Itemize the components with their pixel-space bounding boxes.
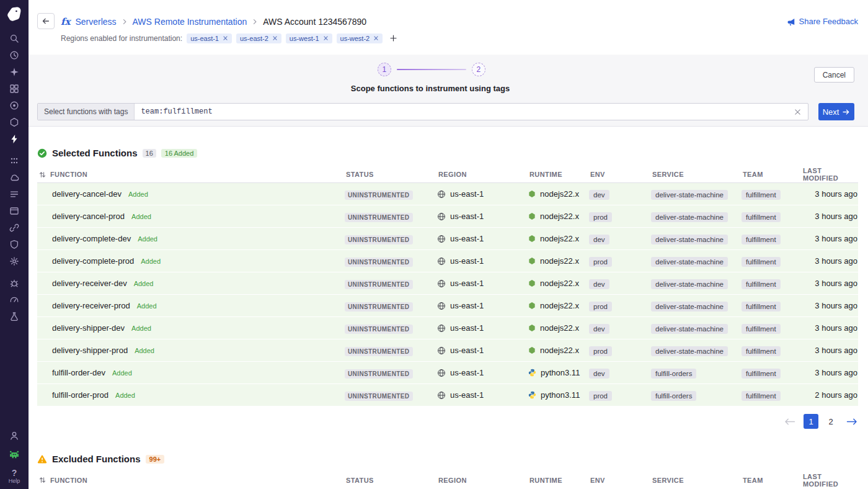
add-region-button[interactable] (388, 33, 399, 43)
remove-region-icon[interactable] (373, 35, 379, 41)
search-icon[interactable] (9, 33, 20, 43)
remove-region-icon[interactable] (223, 35, 228, 41)
recents-icon[interactable] (9, 50, 20, 60)
service-cell: deliver-state-machine (651, 256, 742, 267)
env-cell: prod (589, 211, 651, 222)
logs-icon[interactable] (9, 189, 20, 199)
column-header-env[interactable]: ENV (589, 477, 651, 484)
breadcrumb-serverless[interactable]: Serverless (75, 17, 116, 27)
remove-region-icon[interactable] (272, 35, 278, 41)
column-header-status[interactable]: STATUS (345, 171, 437, 178)
ai-assistant-icon[interactable] (9, 66, 20, 77)
prev-page-button[interactable] (784, 417, 796, 426)
function-row[interactable]: delivery-cancel-devAddedUNINSTRUMENTEDus… (37, 183, 858, 205)
function-row[interactable]: fulfill-order-devAddedUNINSTRUMENTEDus-e… (37, 362, 858, 384)
serverless-icon[interactable] (9, 133, 20, 144)
function-row[interactable]: delivery-cancel-prodAddedUNINSTRUMENTEDu… (37, 205, 858, 228)
service-catalog-icon[interactable] (9, 256, 20, 266)
rum-icon[interactable] (9, 205, 20, 216)
column-header-service[interactable]: SERVICE (651, 477, 742, 484)
region-chip[interactable]: us-west-2 (337, 34, 383, 43)
clear-filter-icon[interactable] (787, 104, 808, 120)
ci-visibility-icon[interactable] (9, 294, 20, 305)
selected-functions-header: Selected Functions 16 16 Added (37, 148, 858, 158)
next-button[interactable]: Next (818, 103, 854, 120)
integrations-icon[interactable] (9, 117, 20, 127)
selected-count-badge: 16 (143, 149, 156, 158)
team-tag: fulfillment (742, 302, 781, 312)
column-header-env[interactable]: ENV (589, 171, 651, 178)
back-button[interactable] (37, 13, 55, 29)
function-row[interactable]: delivery-receiver-devAddedUNINSTRUMENTED… (37, 272, 858, 295)
column-header-service[interactable]: SERVICE (651, 171, 742, 178)
globe-icon (437, 369, 446, 377)
synthetics-icon[interactable] (9, 222, 20, 233)
function-row[interactable]: fulfill-order-prodAddedUNINSTRUMENTEDus-… (37, 384, 858, 406)
function-row[interactable]: delivery-complete-devAddedUNINSTRUMENTED… (37, 228, 858, 250)
step-1-indicator[interactable]: 1 (378, 63, 391, 76)
service-cell: deliver-state-machine (651, 211, 742, 222)
function-row[interactable]: delivery-shipper-prodAddedUNINSTRUMENTED… (37, 339, 858, 362)
next-page-button[interactable] (846, 417, 858, 426)
function-row[interactable]: delivery-shipper-devAddedUNINSTRUMENTEDu… (37, 317, 858, 339)
share-feedback-button[interactable]: Share Feedback (787, 17, 858, 26)
error-tracking-icon[interactable] (9, 277, 20, 288)
sort-icon[interactable] (38, 171, 46, 179)
region-value: us-east-1 (450, 279, 484, 288)
column-header-team[interactable]: TEAM (742, 477, 802, 484)
column-header-region[interactable]: REGION (437, 477, 528, 484)
remove-region-icon[interactable] (323, 35, 329, 41)
column-header-last-modified[interactable]: LAST MODIFIED (802, 473, 858, 488)
function-name: delivery-receiver-prod (52, 301, 130, 310)
region-chip[interactable]: us-east-1 (187, 34, 232, 43)
service-tag: deliver-state-machine (651, 257, 728, 267)
region-cell: us-east-1 (437, 256, 528, 266)
function-cell: delivery-complete-prodAdded (37, 256, 345, 266)
region-cell: us-east-1 (437, 279, 528, 288)
column-header-last-modified[interactable]: LAST MODIFIED (802, 167, 858, 182)
tag-filter-input[interactable] (135, 104, 787, 120)
wizard-title: Scope functions to instrument using tags (29, 84, 868, 93)
content-area: fx Serverless AWS Remote Instrumentation… (29, 0, 868, 489)
region-chip-label: us-west-2 (340, 35, 370, 42)
runtime-value: nodejs22.x (540, 323, 579, 333)
column-header-status[interactable]: STATUS (345, 477, 437, 484)
bits-ai-icon[interactable] (9, 449, 19, 459)
infrastructure-icon[interactable] (9, 155, 20, 166)
env-tag: dev (589, 235, 609, 244)
cloud-icon[interactable] (9, 172, 20, 182)
region-chip[interactable]: us-west-1 (286, 34, 332, 43)
env-tag: prod (589, 302, 612, 312)
column-header-runtime[interactable]: RUNTIME (528, 477, 589, 484)
region-cell: us-east-1 (437, 390, 528, 400)
security-icon[interactable] (9, 239, 20, 249)
dashboards-icon[interactable] (9, 83, 20, 94)
function-name: delivery-cancel-dev (52, 189, 122, 199)
sort-icon[interactable] (38, 476, 46, 484)
profiling-icon[interactable] (9, 311, 20, 321)
column-header-region[interactable]: REGION (437, 171, 528, 178)
globe-icon (437, 302, 446, 310)
organization-icon[interactable] (9, 430, 19, 441)
region-chip[interactable]: us-east-2 (236, 34, 281, 43)
sidebar-help[interactable]: ? Help (9, 469, 20, 484)
column-label: SERVICE (652, 171, 684, 178)
breadcrumb-remote-instrumentation[interactable]: AWS Remote Instrumentation (133, 17, 247, 27)
column-header-runtime[interactable]: RUNTIME (528, 171, 589, 178)
function-row[interactable]: delivery-receiver-prodAddedUNINSTRUMENTE… (37, 295, 858, 317)
page-button-2[interactable]: 2 (823, 414, 838, 429)
column-header-function[interactable]: FUNCTION (37, 171, 345, 179)
step-2-indicator[interactable]: 2 (472, 63, 485, 76)
page-button-1[interactable]: 1 (804, 414, 818, 429)
function-cell: delivery-shipper-devAdded (37, 323, 345, 333)
datadog-logo[interactable] (5, 4, 24, 23)
sidebar-bottom: ? Help (9, 430, 20, 484)
selected-table-header: FUNCTIONSTATUSREGIONRUNTIMEENVSERVICETEA… (37, 166, 858, 183)
megaphone-icon (787, 17, 795, 26)
cancel-button[interactable]: Cancel (814, 67, 854, 83)
column-header-function[interactable]: FUNCTION (37, 476, 345, 484)
function-row[interactable]: delivery-complete-prodAddedUNINSTRUMENTE… (37, 250, 858, 272)
globe-icon (437, 279, 446, 288)
watchdog-icon[interactable] (9, 100, 20, 110)
column-header-team[interactable]: TEAM (742, 171, 802, 178)
